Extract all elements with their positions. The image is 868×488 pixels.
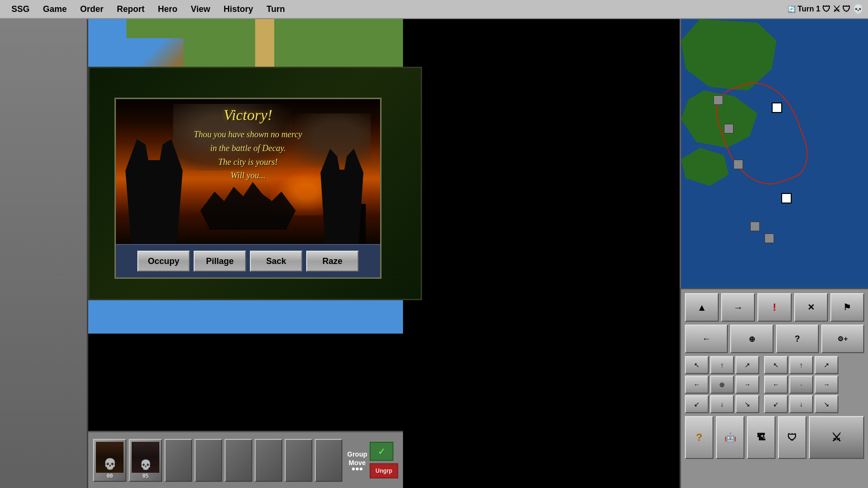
- control-row-1: ▲ → ! ✕ ⚑: [685, 293, 864, 322]
- arrow-cluster: ↖ ↑ ↗ ← ⊕ → ↙ ↓ ↘: [685, 356, 759, 413]
- query-btn[interactable]: ?: [776, 325, 819, 353]
- arr2-sw[interactable]: ↙: [764, 395, 788, 413]
- unit-panel: 💀 00 💀 05 Group Move: [88, 431, 403, 488]
- cancel-btn[interactable]: ✕: [794, 293, 828, 322]
- robot-btn[interactable]: 🤖: [716, 416, 744, 459]
- victory-line2: in the battle of Decay.: [125, 142, 371, 155]
- victory-line3: The city is yours!: [125, 155, 371, 169]
- arr2-w[interactable]: ←: [764, 376, 788, 394]
- turn-label: Turn 1: [797, 5, 820, 13]
- combat-btn[interactable]: ⚔: [809, 416, 864, 459]
- terrain-road: [255, 19, 274, 67]
- ungroup-button[interactable]: Ungrp: [370, 463, 398, 478]
- group-text: Group: [347, 450, 367, 458]
- action-buttons: ✓ Ungrp: [370, 442, 398, 478]
- unit-slot-7[interactable]: [285, 439, 312, 482]
- menubar: SSG Game Order Report Hero View History …: [0, 0, 868, 19]
- arr-s[interactable]: ↓: [710, 395, 734, 413]
- control-row-3: ↖ ↑ ↗ ← ⊕ → ↙ ↓ ↘ ↖ ↑ ↗ ← · → ↙ ↓ ↘: [685, 356, 864, 413]
- merge-btn[interactable]: ⚙+: [821, 325, 864, 353]
- victory-dialog: Victory! Thou you have shown no mercy in…: [114, 98, 382, 279]
- arrow-cluster-2: ↖ ↑ ↗ ← · → ↙ ↓ ↘: [764, 356, 838, 413]
- arr2-e[interactable]: →: [815, 376, 838, 394]
- pillage-button[interactable]: Pillage: [194, 251, 246, 272]
- arr-center[interactable]: ⊕: [710, 376, 734, 394]
- arrow-center-btn[interactable]: ⊕: [730, 325, 773, 353]
- move-btn[interactable]: ▲: [685, 293, 719, 322]
- turn-indicator: 🔄 Turn 1 🛡 ⚔ 🛡 💀: [787, 4, 863, 14]
- game-area: Victory! Thou you have shown no mercy in…: [0, 19, 868, 488]
- control-row-4: ? 🤖 🏗 🛡 ⚔: [685, 416, 864, 459]
- arr2-nw[interactable]: ↖: [764, 356, 788, 374]
- move-dots: [352, 468, 362, 470]
- occupy-button[interactable]: Occupy: [137, 251, 190, 272]
- menu-history[interactable]: History: [217, 2, 260, 16]
- dot-2: [356, 468, 359, 470]
- menu-ssg[interactable]: SSG: [5, 2, 36, 16]
- minimap-marker-1: [772, 102, 782, 113]
- victory-line1: Thou you have shown no mercy: [125, 128, 371, 142]
- minimap-unit-1: [713, 95, 723, 105]
- arr2-ne[interactable]: ↗: [815, 356, 838, 374]
- flag-btn[interactable]: ⚑: [830, 293, 864, 322]
- control-row-2: ← ⊕ ? ⚙+: [685, 325, 864, 353]
- victory-title: Victory!: [116, 106, 380, 124]
- arr-sw[interactable]: ↙: [685, 395, 709, 413]
- arr-n[interactable]: ↑: [710, 356, 734, 374]
- dot-1: [352, 468, 355, 470]
- confirm-button[interactable]: ✓: [370, 442, 393, 461]
- unit-slot-6[interactable]: [255, 439, 282, 482]
- group-move-label: Group Move: [347, 450, 367, 470]
- arr2-se[interactable]: ↘: [815, 395, 838, 413]
- menu-order[interactable]: Order: [73, 2, 110, 16]
- control-panel: ▲ → ! ✕ ⚑ ← ⊕ ? ⚙+ ↖ ↑ ↗ ← ⊕ → ↙ ↓: [680, 288, 868, 488]
- minimap-unit-4: [750, 222, 760, 231]
- unit-skull-1: 💀: [103, 458, 116, 470]
- arr-w[interactable]: ←: [685, 376, 709, 394]
- arr-nw[interactable]: ↖: [685, 356, 709, 374]
- minimap-marker-2: [781, 193, 792, 203]
- unit-stat-1: 00: [106, 473, 113, 479]
- arrow-left-btn[interactable]: ←: [685, 325, 728, 353]
- arr2-center[interactable]: ·: [789, 376, 813, 394]
- arr2-s[interactable]: ↓: [789, 395, 813, 413]
- unit-slot-5[interactable]: [225, 439, 252, 482]
- unit-slot-4[interactable]: [195, 439, 222, 482]
- victory-line4: Will you...: [125, 169, 371, 183]
- menu-hero[interactable]: Hero: [151, 2, 184, 16]
- victory-buttons: Occupy Pillage Sack Raze: [116, 244, 380, 277]
- minimap-unit-5: [765, 234, 774, 243]
- unit-slot-3[interactable]: [165, 439, 192, 482]
- alert-btn[interactable]: !: [757, 293, 791, 322]
- advance-btn[interactable]: →: [721, 293, 755, 322]
- unit-skull-2: 💀: [140, 459, 152, 470]
- minimap-unit-3: [734, 160, 743, 169]
- victory-text: Thou you have shown no mercy in the batt…: [125, 128, 371, 183]
- cannon-btn[interactable]: 🏗: [747, 416, 775, 459]
- arr-ne[interactable]: ↗: [735, 356, 759, 374]
- sack-button[interactable]: Sack: [250, 251, 302, 272]
- victory-scene: Victory! Thou you have shown no mercy in…: [116, 99, 380, 244]
- minimap-unit-2: [724, 124, 734, 133]
- unit-slot-1[interactable]: 💀 00: [93, 439, 126, 482]
- left-sidebar: [0, 19, 88, 488]
- dot-3: [360, 468, 362, 470]
- help-btn[interactable]: ?: [685, 416, 713, 459]
- minimap: [680, 19, 868, 305]
- unit-stat-2: 05: [142, 473, 148, 479]
- menu-report[interactable]: Report: [110, 2, 151, 16]
- arr-se[interactable]: ↘: [735, 395, 759, 413]
- unit-slot-8[interactable]: [315, 439, 342, 482]
- move-text: Move: [349, 459, 366, 467]
- menu-turn[interactable]: Turn: [260, 2, 292, 16]
- unit-portrait-2: 💀: [132, 442, 159, 473]
- arr-e[interactable]: →: [735, 376, 759, 394]
- unit-slot-2[interactable]: 💀 05: [129, 439, 162, 482]
- raze-button[interactable]: Raze: [306, 251, 359, 272]
- menu-view[interactable]: View: [184, 2, 217, 16]
- shield-btn[interactable]: 🛡: [778, 416, 806, 459]
- arr2-n[interactable]: ↑: [789, 356, 813, 374]
- menu-game[interactable]: Game: [36, 2, 73, 16]
- unit-portrait-1: 💀: [96, 442, 124, 473]
